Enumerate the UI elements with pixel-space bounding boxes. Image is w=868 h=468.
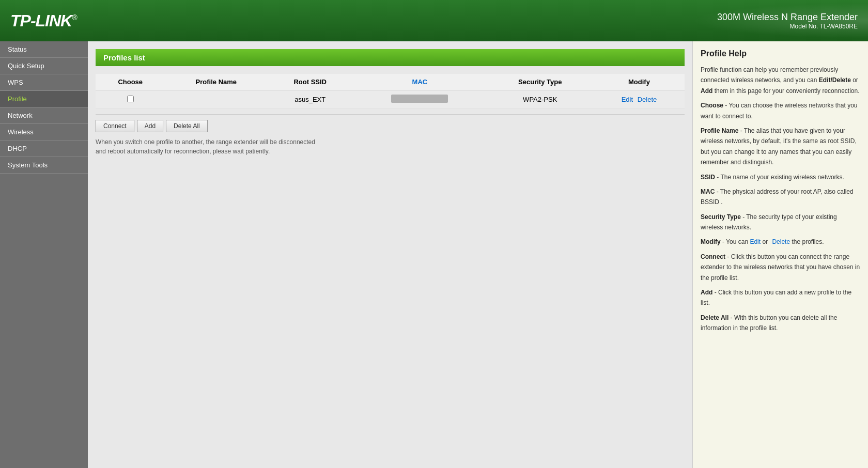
cell-modify: Edit Delete bbox=[594, 90, 685, 109]
help-choose: Choose - You can choose the wireless net… bbox=[701, 100, 860, 121]
help-add: Add - Click this button you can add a ne… bbox=[701, 287, 860, 308]
help-delete-all: Delete All - With this button you can de… bbox=[701, 313, 860, 334]
note-text: When you switch one profile to another, … bbox=[96, 137, 685, 156]
col-header-security-type: Security Type bbox=[487, 74, 594, 90]
sidebar-item-system-tools[interactable]: System Tools bbox=[0, 157, 88, 174]
cell-root-ssid: asus_EXT bbox=[267, 90, 353, 109]
delete-all-button[interactable]: Delete All bbox=[166, 120, 208, 132]
sidebar-item-wps[interactable]: WPS bbox=[0, 74, 88, 91]
help-mac: MAC - The physical address of your root … bbox=[701, 186, 860, 208]
sidebar-item-wireless[interactable]: Wireless bbox=[0, 124, 88, 141]
cell-mac bbox=[353, 90, 486, 109]
device-name: 300M Wireless N Range Extender bbox=[717, 12, 858, 23]
help-title: Profile Help bbox=[701, 49, 860, 58]
sidebar-item-network[interactable]: Network bbox=[0, 107, 88, 124]
table-divider bbox=[96, 114, 685, 115]
cell-choose bbox=[96, 90, 165, 109]
cell-security-type: WPA2-PSK bbox=[487, 90, 594, 109]
col-header-modify: Modify bbox=[594, 74, 685, 90]
col-header-profile-name: Profile Name bbox=[165, 74, 267, 90]
sidebar: Status Quick Setup WPS Profile Network W… bbox=[0, 41, 88, 468]
sidebar-item-quick-setup[interactable]: Quick Setup bbox=[0, 58, 88, 74]
layout: Status Quick Setup WPS Profile Network W… bbox=[0, 41, 868, 468]
help-connect: Connect - Click this button you can conn… bbox=[701, 252, 860, 283]
col-header-root-ssid: Root SSID bbox=[267, 74, 353, 90]
profiles-table: Choose Profile Name Root SSID MAC Securi… bbox=[96, 74, 685, 109]
logo: TP-LINK® bbox=[10, 11, 77, 30]
help-profile-name: Profile Name - The alias that you have g… bbox=[701, 126, 860, 168]
connect-button[interactable]: Connect bbox=[96, 120, 134, 132]
help-security-type: Security Type - The security type of you… bbox=[701, 212, 860, 233]
action-buttons: Connect Add Delete All bbox=[96, 120, 685, 132]
help-panel: Profile Help Profile function can help y… bbox=[692, 41, 868, 468]
delete-link[interactable]: Delete bbox=[638, 96, 657, 103]
row-checkbox[interactable] bbox=[127, 96, 134, 102]
device-info: 300M Wireless N Range Extender Model No.… bbox=[717, 12, 858, 30]
help-ssid: SSID - The name of your existing wireles… bbox=[701, 172, 860, 182]
cell-profile-name bbox=[165, 90, 267, 109]
help-intro: Profile function can help you remember p… bbox=[701, 65, 860, 96]
help-modify: Modify - You can Edit or Delete the prof… bbox=[701, 237, 860, 247]
main-content: Profiles list Choose Profile Name Root S… bbox=[88, 41, 692, 468]
table-row: asus_EXT WPA2-PSK Edit Delete bbox=[96, 90, 685, 109]
edit-link[interactable]: Edit bbox=[622, 96, 633, 103]
col-header-mac: MAC bbox=[353, 74, 486, 90]
sidebar-item-dhcp[interactable]: DHCP bbox=[0, 141, 88, 157]
sidebar-item-profile[interactable]: Profile bbox=[0, 91, 88, 107]
header: TP-LINK® 300M Wireless N Range Extender … bbox=[0, 0, 868, 41]
col-header-choose: Choose bbox=[96, 74, 165, 90]
sidebar-item-status[interactable]: Status bbox=[0, 41, 88, 58]
add-button[interactable]: Add bbox=[137, 120, 163, 132]
table-header-row: Choose Profile Name Root SSID MAC Securi… bbox=[96, 74, 685, 90]
section-title: Profiles list bbox=[96, 49, 685, 66]
model-number: Model No. TL-WA850RE bbox=[717, 23, 858, 30]
mac-value bbox=[391, 95, 448, 103]
